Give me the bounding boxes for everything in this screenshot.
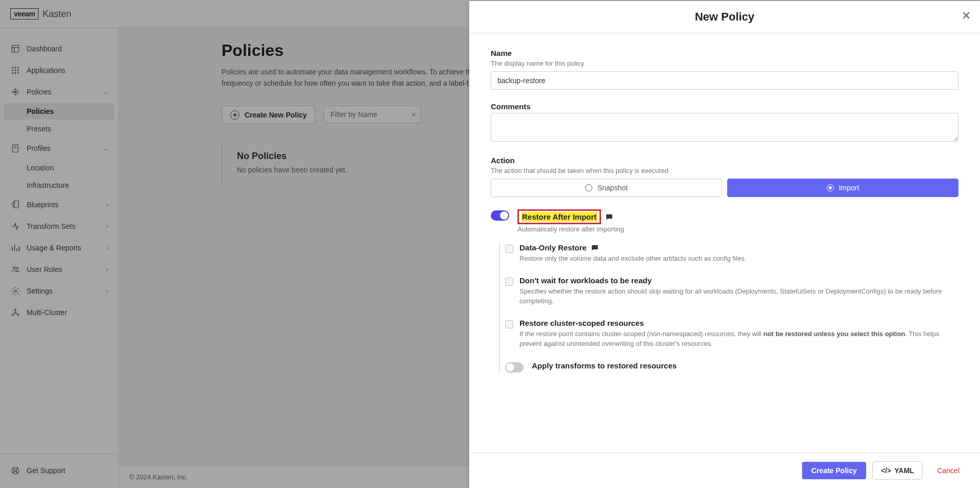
action-segmented: Snapshot Import [491, 179, 958, 197]
toggle-title-wrap: Restore After Import [517, 209, 958, 224]
drawer-title: New Policy [695, 10, 754, 24]
yaml-button[interactable]: </> YAML [872, 461, 923, 480]
apply-transforms-toggle[interactable] [505, 362, 524, 373]
radio-icon [585, 184, 592, 191]
option-description: If the restore point contains cluster-sc… [519, 329, 958, 349]
action-import-option[interactable]: Import [727, 179, 958, 197]
drawer-body: Name The display name for this policy Co… [469, 33, 980, 453]
data-only-restore-item: Data-Only Restore Restore only the volum… [505, 243, 958, 264]
option-title-wrap: Data-Only Restore [519, 243, 958, 252]
restore-cluster-scoped-checkbox[interactable] [505, 320, 513, 328]
restore-after-import-title: Restore After Import [521, 212, 597, 222]
name-field-group: Name The display name for this policy [491, 49, 958, 90]
comments-field-group: Comments [491, 102, 958, 144]
close-icon: ✕ [962, 9, 971, 22]
name-input[interactable] [491, 71, 958, 90]
name-hint: The display name for this policy [491, 60, 958, 67]
toggle-description: Automatically restore after importing [517, 225, 958, 233]
action-snapshot-option[interactable]: Snapshot [491, 179, 722, 197]
radio-icon [827, 184, 834, 191]
dont-wait-checkbox[interactable] [505, 278, 513, 286]
apply-transforms-title: Apply transforms to restored resources [532, 361, 958, 370]
option-title: Data-Only Restore [519, 243, 587, 252]
drawer-header: New Policy ✕ [469, 1, 980, 33]
apply-transforms-block: Apply transforms to restored resources [505, 361, 958, 373]
restore-options-group: Data-Only Restore Restore only the volum… [499, 243, 958, 373]
option-label: Snapshot [597, 184, 628, 192]
name-label: Name [491, 49, 958, 57]
tooltip-icon[interactable] [605, 213, 613, 221]
close-button[interactable]: ✕ [962, 9, 971, 23]
option-label: Import [839, 184, 859, 192]
drawer-footer: Create Policy </> YAML Cancel [469, 453, 980, 488]
new-policy-drawer: New Policy ✕ Name The display name for t… [469, 1, 980, 488]
cancel-button[interactable]: Cancel [929, 462, 968, 479]
code-icon: </> [881, 466, 891, 475]
tooltip-icon[interactable] [591, 244, 599, 251]
comments-input[interactable] [491, 113, 958, 142]
action-label: Action [491, 156, 958, 165]
button-label: YAML [894, 466, 914, 475]
action-hint: The action that should be taken when thi… [491, 167, 958, 174]
restore-cluster-scoped-item: Restore cluster-scoped resources If the … [505, 319, 958, 349]
option-description: Restore only the volume data and exclude… [519, 253, 958, 264]
option-title: Don't wait for workloads to be ready [519, 276, 958, 285]
option-title: Restore cluster-scoped resources [519, 319, 958, 327]
dont-wait-item: Don't wait for workloads to be ready Spe… [505, 276, 958, 306]
create-policy-submit-button[interactable]: Create Policy [802, 462, 866, 479]
highlight-annotation: Restore After Import [517, 209, 601, 224]
option-description: Specifies whether the restore action sho… [519, 286, 958, 306]
comments-label: Comments [491, 102, 958, 111]
action-field-group: Action The action that should be taken w… [491, 156, 958, 197]
restore-after-import-block: Restore After Import Automatically resto… [491, 209, 958, 233]
restore-after-import-toggle[interactable] [491, 210, 509, 221]
data-only-restore-checkbox[interactable] [505, 245, 513, 253]
